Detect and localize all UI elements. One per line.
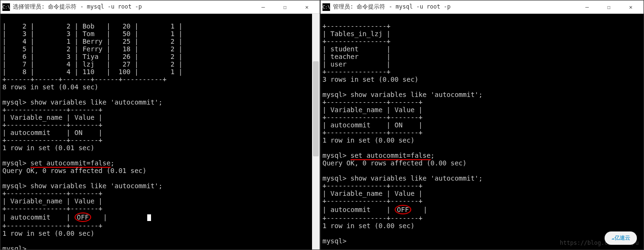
table-header: | Variable_name | Value | bbox=[2, 197, 103, 205]
window-title: 选择管理员: 命令提示符 - mysql -u root -p bbox=[13, 3, 252, 11]
left-titlebar[interactable]: C:\ 选择管理员: 命令提示符 - mysql -u root -p — ☐ … bbox=[0, 0, 320, 14]
result-msg: 1 row in set (0.00 sec) bbox=[2, 230, 95, 237]
scrollbar[interactable] bbox=[312, 14, 320, 250]
table-row: | autocommit | ON | bbox=[322, 121, 423, 129]
minimize-button[interactable]: — bbox=[252, 0, 274, 14]
separator: +---------------+-------+ bbox=[2, 121, 103, 129]
right-window: C:\ 管理员: 命令提示符 - mysql -u root -p — ☐ ✕ … bbox=[320, 0, 644, 250]
maximize-button[interactable]: ☐ bbox=[274, 0, 296, 14]
separator: +---------------+-------+ bbox=[322, 182, 423, 190]
table-row: | 5 | 2 | Ferry | 18 | 2 | bbox=[2, 45, 182, 53]
window-controls: — ☐ ✕ bbox=[576, 0, 642, 14]
separator: +---------------+ bbox=[322, 68, 390, 76]
separator: +---------------+-------+ bbox=[2, 136, 103, 144]
table-header: | Variable_name | Value | bbox=[2, 114, 103, 121]
table-row: | 3 | 3 | Tom | 50 | 1 | bbox=[2, 30, 182, 38]
table-row: | 6 | 3 | Tiya | 26 | 2 | bbox=[2, 53, 182, 60]
separator: +---------------+-------+ bbox=[322, 114, 423, 121]
separator: +------+------+-------+------+----------… bbox=[2, 76, 167, 83]
table-row: | teacher | bbox=[322, 53, 390, 60]
close-button[interactable]: ✕ bbox=[296, 0, 318, 14]
table-row: | user | bbox=[322, 60, 390, 68]
highlighted-value: OFF bbox=[395, 205, 411, 214]
right-terminal[interactable]: +---------------+ | Tables_in_lzj | +---… bbox=[321, 14, 644, 250]
result-msg: 1 row in set (0.00 sec) bbox=[322, 136, 415, 144]
table-header: | Variable_name | Value | bbox=[322, 190, 423, 197]
table-row: | 4 | 1 | Berry | 25 | 2 | bbox=[2, 38, 182, 45]
prompt-line: mysql> show variables like 'autocommit'; bbox=[2, 182, 162, 190]
cmd-icon: C:\ bbox=[322, 3, 330, 11]
table-row: | 7 | 4 | lzj | 27 | 2 | bbox=[2, 60, 182, 68]
window-title: 管理员: 命令提示符 - mysql -u root -p bbox=[333, 3, 576, 11]
table-row: | 2 | 2 | Bob | 20 | 1 | bbox=[2, 22, 182, 30]
separator: +---------------+-------+ bbox=[322, 197, 423, 205]
table-row: | 8 | 4 | 110 | 100 | 1 | bbox=[2, 68, 182, 76]
separator: +---------------+-------+ bbox=[2, 205, 103, 212]
window-controls: — ☐ ✕ bbox=[252, 0, 318, 14]
scrollbar-thumb[interactable] bbox=[313, 61, 319, 156]
separator: +---------------+ bbox=[322, 22, 390, 30]
result-msg: 1 row in set (0.01 sec) bbox=[2, 144, 95, 152]
logo-badge: ☁亿速云 bbox=[605, 231, 637, 245]
result-msg: 1 row in set (0.00 sec) bbox=[322, 222, 415, 230]
prompt-line: mysql> show variables like 'autocommit'; bbox=[322, 91, 483, 98]
separator: +---------------+-------+ bbox=[322, 129, 423, 136]
separator: +---------------+-------+ bbox=[2, 222, 103, 230]
highlighted-value: OFF bbox=[75, 212, 91, 222]
table-row: | autocommit | ON | bbox=[2, 129, 103, 136]
separator: +---------------+ bbox=[322, 38, 390, 45]
prompt-line: mysql> show variables like 'autocommit'; bbox=[2, 98, 162, 106]
separator: +---------------+-------+ bbox=[322, 214, 423, 222]
separator: +---------------+-------+ bbox=[2, 190, 103, 197]
prompt-line: mysql> bbox=[322, 237, 347, 245]
table-header: | Variable_name | Value | bbox=[322, 106, 423, 114]
prompt-line: mysql> show variables like 'autocommit'; bbox=[322, 174, 483, 182]
result-msg: 8 rows in set (0.04 sec) bbox=[2, 83, 98, 91]
right-titlebar[interactable]: C:\ 管理员: 命令提示符 - mysql -u root -p — ☐ ✕ bbox=[321, 0, 644, 14]
prompt-line: mysql> bbox=[2, 245, 27, 250]
left-window: C:\ 选择管理员: 命令提示符 - mysql -u root -p — ☐ … bbox=[0, 0, 320, 250]
separator: +---------------+-------+ bbox=[322, 98, 423, 106]
maximize-button[interactable]: ☐ bbox=[598, 0, 620, 14]
table-header: | Tables_in_lzj | bbox=[322, 30, 390, 38]
table-row: | autocommit | OFF | bbox=[322, 206, 427, 213]
close-button[interactable]: ✕ bbox=[620, 0, 642, 14]
result-msg: 3 rows in set (0.00 sec) bbox=[322, 76, 418, 83]
table-row: | autocommit | OFF | bbox=[2, 213, 151, 221]
cmd-icon: C:\ bbox=[2, 3, 10, 11]
result-msg: Query OK, 0 rows affected (0.00 sec) bbox=[322, 159, 466, 167]
cursor-icon bbox=[147, 214, 151, 221]
result-msg: Query OK, 0 rows affected (0.01 sec) bbox=[2, 167, 146, 174]
minimize-button[interactable]: — bbox=[576, 0, 598, 14]
separator: +---------------+-------+ bbox=[2, 106, 103, 114]
left-terminal[interactable]: | 2 | 2 | Bob | 20 | 1 | | 3 | 3 | Tom |… bbox=[0, 14, 320, 250]
table-row: | student | bbox=[322, 45, 390, 53]
